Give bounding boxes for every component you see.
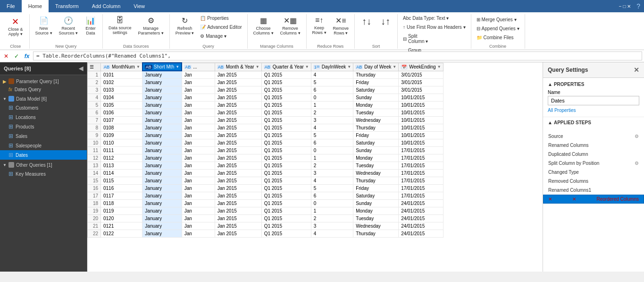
merge-queries-button[interactable]: ⊞ Merge Queries ▾	[474, 16, 522, 24]
use-first-row-button[interactable]: ↑ Use First Row as Headers ▾	[401, 23, 468, 31]
tab-view[interactable]: View	[127, 0, 151, 12]
enter-data-button[interactable]: 📊 EnterData	[82, 14, 100, 37]
advanced-editor-button[interactable]: 📝 Advanced Editor	[198, 23, 244, 31]
step-item[interactable]: Renamed Columns	[543, 141, 644, 150]
step-item[interactable]: Changed Type	[543, 168, 644, 177]
formula-input[interactable]	[33, 51, 642, 60]
data-cell: 17/01/2015	[399, 177, 443, 185]
step-item[interactable]: Duplicated Column	[543, 150, 644, 159]
filter-weekending-icon[interactable]: ▼	[437, 65, 441, 69]
all-properties-link[interactable]: All Properties	[548, 108, 576, 113]
tab-add-column[interactable]: Add Column	[85, 0, 127, 12]
data-cell: Jan	[182, 215, 215, 222]
table-icon-customers: ⊞	[8, 104, 13, 111]
tab-file[interactable]: File	[0, 0, 22, 12]
col-header-dayinweek[interactable]: 1²³ DayInWeek ▼	[311, 63, 353, 71]
sort-ascending-button[interactable]: ↑↓	[358, 14, 376, 29]
append-queries-button[interactable]: ⊟ Append Queries ▾	[474, 25, 522, 33]
col-header-quarteryear[interactable]: AB Quarter & Year ▼	[261, 63, 311, 71]
col-header-monthyear[interactable]: AB Month & Year ▼	[215, 63, 261, 71]
data-source-settings-button[interactable]: 🗄 Data sourcesettings	[106, 14, 134, 37]
data-cell: Jan 2015	[215, 185, 261, 192]
data-cell: Tuesday	[353, 215, 399, 222]
manage-parameters-button[interactable]: ⚙ ManageParameters ▾	[135, 14, 167, 37]
query-group-parameter-header[interactable]: ▶ Parameter Query [1]	[0, 77, 87, 85]
chevron-other-icon: ▼	[3, 163, 7, 167]
ribbon-group-manage-columns: ▦ ChooseColumns ▾ ✕▦ RemoveColumns ▾ Man…	[248, 14, 307, 49]
remove-rows-button[interactable]: ✕≡ RemoveRows ▾	[330, 14, 352, 37]
step-gear-icon[interactable]: ⚙	[635, 134, 639, 139]
formula-confirm-icon[interactable]: ✓	[12, 52, 21, 60]
sort-descending-button[interactable]: ↓↑	[376, 14, 394, 29]
table-row: 140114JanuaryJanJan 2015Q1 20153Wednesda…	[88, 170, 443, 177]
query-item-salespeople[interactable]: ⊞ Salespeople	[0, 141, 87, 150]
filter-shortmth-icon[interactable]: ▼	[176, 65, 179, 69]
table-row: 160116JanuaryJanJan 2015Q1 20155Friday17…	[88, 185, 443, 192]
data-cell: Jan	[182, 71, 215, 79]
sales-label: Sales	[16, 134, 27, 139]
table-icon-salespeople: ⊞	[8, 142, 13, 149]
close-apply-button[interactable]: ✕ Close &Apply ▾	[5, 14, 26, 39]
step-item[interactable]: Split Column by Position⚙	[543, 159, 644, 168]
query-item-dates[interactable]: ⊞ Dates	[0, 150, 87, 160]
query-group-other-header[interactable]: ▼ Other Queries [1]	[0, 161, 87, 169]
help-icon[interactable]: ?	[636, 2, 640, 10]
filter-quarteryear-icon[interactable]: ▼	[305, 65, 309, 69]
filter-monthyear-icon[interactable]: ▼	[256, 65, 259, 69]
close-icon: ✕	[12, 17, 19, 27]
table-row: 30103JanuaryJanJan 2015Q1 20156Saturday3…	[88, 86, 443, 94]
close-group-label: Close	[5, 44, 26, 49]
new-source-button[interactable]: 📄 NewSource ▾	[33, 14, 55, 37]
col-header-monthnum[interactable]: AB MonthNum ▼	[101, 63, 142, 71]
table-row: 180118JanuaryJanJan 2015Q1 20150Sunday24…	[88, 200, 443, 207]
tab-home[interactable]: Home	[22, 0, 49, 12]
col-header-col3[interactable]: AB ...	[182, 63, 215, 71]
data-cell: 0108	[101, 124, 142, 132]
data-cell: 2	[311, 215, 353, 222]
recent-sources-button[interactable]: 🕐 RecentSources ▾	[56, 14, 81, 37]
table-row: 80108JanuaryJanJan 2015Q1 20154Thursday1…	[88, 124, 443, 132]
queries-collapse-icon[interactable]: ◀	[79, 65, 83, 72]
data-panel: ☰ AB MonthNum ▼	[87, 62, 543, 272]
query-item-products[interactable]: ⊞ Products	[0, 122, 87, 131]
refresh-preview-button[interactable]: ↻ RefreshPreview ▾	[173, 14, 197, 37]
split-column-button[interactable]: ⊟ SplitColumn ▾	[401, 32, 468, 45]
grid-container[interactable]: ☰ AB MonthNum ▼	[87, 62, 543, 272]
query-item-locations[interactable]: ⊞ Locations	[0, 112, 87, 122]
applied-steps-section: ▲ APPLIED STEPS Source⚙Renamed ColumnsDu…	[543, 117, 644, 272]
query-item-sales[interactable]: ⊞ Sales	[0, 131, 87, 141]
data-cell: Q1 2015	[261, 132, 311, 139]
settings-close-icon[interactable]: ✕	[634, 66, 639, 74]
col-header-dayofweek[interactable]: AB Day of Week ▼	[353, 63, 399, 71]
query-group-data-model-header[interactable]: ▼ Data Model [6]	[0, 94, 87, 103]
data-type-button[interactable]: Abc Data Type: Text ▾	[401, 14, 468, 22]
tab-transform[interactable]: Transform	[49, 0, 85, 12]
select-all-icon[interactable]: ☰	[90, 64, 94, 69]
keep-rows-button[interactable]: ≡↑ KeepRows ▾	[309, 14, 329, 37]
filter-dayofweek-icon[interactable]: ▼	[393, 65, 396, 69]
properties-button[interactable]: 📋 Properties	[198, 14, 244, 22]
filter-monthnum-icon[interactable]: ▼	[136, 65, 140, 69]
manage-button[interactable]: ⚙ Manage ▾	[198, 32, 244, 40]
choose-columns-button[interactable]: ▦ ChooseColumns ▾	[251, 14, 276, 37]
query-item-dates-query[interactable]: fx Dates Query	[0, 85, 87, 94]
col-header-weekending[interactable]: 📅 WeekEnding ▼	[399, 63, 443, 71]
step-item[interactable]: Renamed Columns1	[543, 186, 644, 195]
data-cell: 0117	[101, 192, 142, 200]
queries-title: Queries [8]	[4, 66, 31, 71]
col-header-shortmth[interactable]: AB Short Mth ▼	[142, 63, 182, 71]
query-name-input[interactable]	[548, 96, 639, 105]
remove-columns-button[interactable]: ✕▦ RemoveColumns ▾	[277, 14, 303, 37]
data-cell: Jan	[182, 147, 215, 154]
manage-icon: ⚙	[200, 34, 204, 39]
step-item[interactable]: Removed Columns	[543, 177, 644, 186]
step-item[interactable]: ✕ Reordered Columns	[543, 195, 644, 204]
step-item[interactable]: Source⚙	[543, 132, 644, 141]
query-item-customers[interactable]: ⊞ Customers	[0, 103, 87, 112]
step-gear-icon[interactable]: ⚙	[635, 161, 639, 166]
table-row: 150115JanuaryJanJan 2015Q1 20154Thursday…	[88, 177, 443, 185]
formula-cancel-icon[interactable]: ✕	[2, 52, 10, 60]
combine-files-button[interactable]: 📁 Combine Files	[474, 34, 522, 42]
filter-dayinweek-icon[interactable]: ▼	[347, 65, 351, 69]
query-item-key-measures[interactable]: ⊞ Key Measures	[0, 169, 87, 179]
